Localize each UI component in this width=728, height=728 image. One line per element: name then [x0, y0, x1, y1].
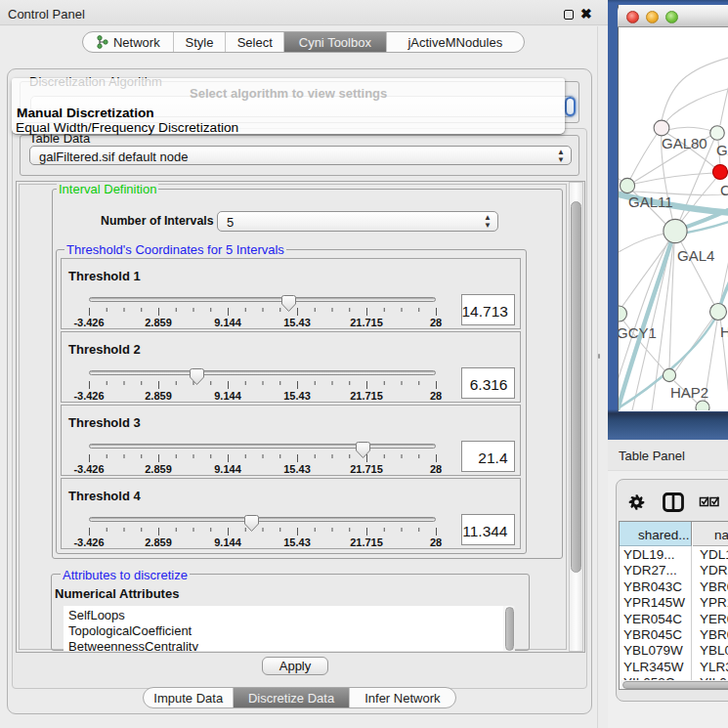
svg-text:GA: GA [716, 142, 728, 158]
svg-text:H: H [720, 323, 728, 340]
svg-text:GCY1: GCY1 [619, 324, 657, 341]
svg-text:GAL4: GAL4 [677, 247, 714, 264]
svg-text:GAL11: GAL11 [628, 193, 673, 210]
svg-text:GAL80: GAL80 [662, 135, 707, 151]
svg-text:C: C [720, 182, 728, 198]
svg-text:HAP2: HAP2 [670, 384, 708, 401]
